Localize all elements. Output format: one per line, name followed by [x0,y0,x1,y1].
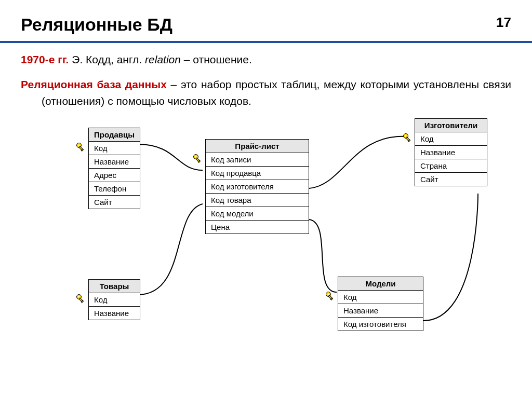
table-row: Код модели [206,207,309,221]
table-row: Название [89,307,140,320]
table-models-title: Модели [338,277,423,291]
table-row: Код [89,142,140,155]
table-row: Адрес [89,169,140,182]
key-icon [403,133,413,143]
table-goods-title: Товары [89,280,140,293]
key-icon [325,291,336,301]
table-sellers: Продавцы Код Название Адрес Телефон Сайт [88,128,140,209]
table-row: Название [415,146,487,159]
table-row: Название [338,304,423,318]
table-row: Страна [415,159,487,173]
key-icon [76,294,86,304]
table-pricelist: Прайс-лист Код записи Код продавца Код и… [205,139,309,234]
svg-point-9 [405,135,407,137]
table-row: Сайт [89,196,140,209]
svg-point-17 [328,294,329,295]
svg-point-1 [78,145,80,146]
table-row: Код изготовителя [338,318,423,331]
table-row: Код продавца [206,167,309,180]
table-row: Цена [206,221,309,234]
page-number: 17 [496,15,511,31]
table-row: Код [89,293,140,307]
intro-era: 1970-е гг. [21,53,69,65]
table-row: Код изготовителя [206,180,309,194]
content-area: 1970-е гг. Э. Кодд, англ. relation – отн… [0,43,532,357]
table-row: Сайт [415,173,487,186]
slide-header: Реляционные БД 17 [0,0,532,43]
table-makers-title: Изготовители [415,119,487,132]
intro-after: – отношение. [181,53,252,65]
intro-line: 1970-е гг. Э. Кодд, англ. relation – отн… [21,53,511,66]
table-pricelist-title: Прайс-лист [206,140,309,153]
svg-point-13 [78,296,80,298]
table-row: Телефон [89,182,140,196]
table-row: Код [415,132,487,146]
page-title: Реляционные БД [21,15,172,35]
table-row: Код [338,291,423,304]
definition-paragraph: Реляционная база данных – это набор прос… [21,76,511,109]
table-row: Название [89,155,140,169]
table-sellers-title: Продавцы [89,128,140,142]
table-makers: Изготовители Код Название Страна Сайт [415,118,487,186]
svg-point-5 [195,156,197,158]
table-row: Код товара [206,194,309,207]
key-icon [76,142,86,153]
intro-text: Э. Кодд, англ. [69,53,145,65]
table-goods: Товары Код Название [88,279,140,320]
table-row: Код записи [206,153,309,167]
er-diagram: Продавцы Код Название Адрес Телефон Сайт… [21,113,511,357]
table-models: Модели Код Название Код изготовителя [338,277,423,331]
definition-term: Реляционная база данных [21,78,167,90]
key-icon [193,154,203,164]
intro-italic: relation [145,53,181,65]
